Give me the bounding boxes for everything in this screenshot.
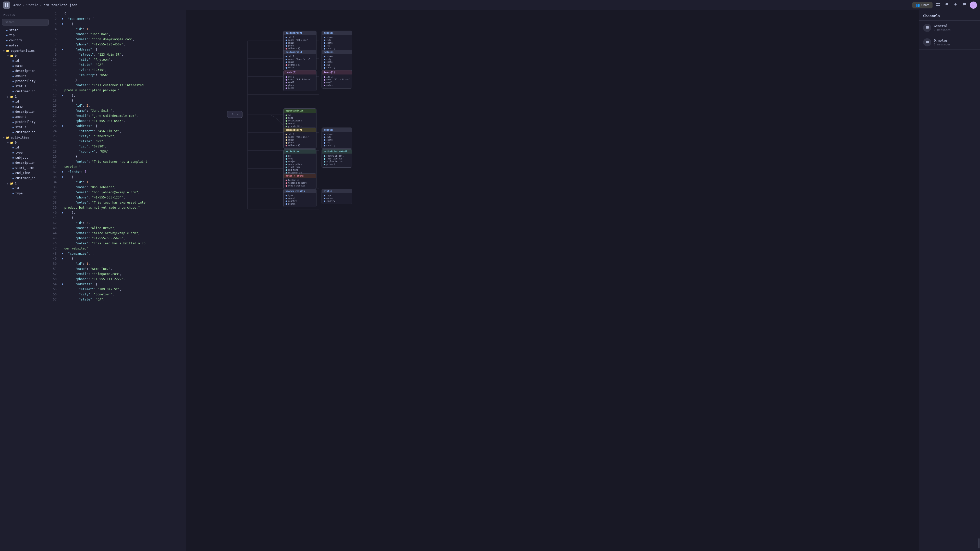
file-icon: ▪ [6, 39, 8, 42]
sidebar-item-act-subject[interactable]: ▪ subject [2, 155, 49, 160]
sidebar-item-zip[interactable]: ▪ zip [2, 33, 49, 38]
sidebar-group-opp-0[interactable]: ▼ 📁 0 [2, 53, 49, 58]
file-icon: ▪ [12, 90, 14, 93]
graph-node-addr3[interactable]: address street city state zip country [321, 127, 352, 149]
graph-node-lead1[interactable]: leads[0] id: 1 name: "Bob Johnson" email… [283, 70, 317, 91]
file-icon: ▪ [12, 105, 14, 108]
sidebar-item-state[interactable]: ▪ state [2, 27, 49, 33]
breadcrumb-file[interactable]: crm-template.json [43, 3, 77, 7]
code-line-55: 55 "street": "789 Oak St", [51, 287, 186, 292]
sidebar-item-country[interactable]: ▪ country [2, 38, 49, 43]
code-line-41: 41 { [51, 215, 186, 221]
code-line-46: 46 "notes": "This lead has submitted a c… [51, 241, 186, 246]
channel-general[interactable]: General 0 messages [919, 21, 980, 35]
sidebar-item-opp-customer-id[interactable]: ▪ customer_id [2, 89, 49, 94]
sidebar-item-act-customer-id[interactable]: ▪ customer_id [2, 176, 49, 181]
code-line-7: 7 "phone": "+1-555-123-4567", [51, 42, 186, 47]
graph-pane[interactable]: {...} customers[0] id: 1 name: "John Doe… [186, 10, 919, 551]
sidebar-item-act-id[interactable]: ▪ id [2, 145, 49, 150]
sidebar-item-opp1-status[interactable]: ▪ status [2, 124, 49, 130]
sidebar-item-opp1-id[interactable]: ▪ id [2, 99, 49, 104]
chat-icon-btn[interactable] [961, 2, 967, 9]
chevron-icon: ▶ [7, 95, 9, 98]
sidebar-item-act1-type[interactable]: ▪ type [2, 191, 49, 196]
graph-node-bottom[interactable]: Search results type amount country Searc… [283, 189, 317, 207]
bell-icon-btn[interactable] [944, 2, 950, 9]
avatar[interactable]: C [970, 2, 977, 9]
code-line-31: 31 service." [51, 164, 186, 169]
graph-canvas: {...} customers[0] id: 1 name: "John Doe… [186, 10, 919, 551]
sidebar-item-opp-status[interactable]: ▪ status [2, 84, 49, 89]
file-icon: ▪ [12, 59, 14, 62]
code-line-38: 38 "notes": "This lead has expressed int… [51, 200, 186, 205]
sidebar-item-act1-id[interactable]: ▪ id [2, 186, 49, 191]
code-line-26: 26 "state": "NY", [51, 139, 186, 144]
file-icon: ▪ [12, 151, 14, 154]
code-line-4: 4 "id": 1, [51, 27, 186, 32]
sidebar-item-opp-amount[interactable]: ▪ amount [2, 73, 49, 79]
svg-rect-5 [939, 3, 940, 4]
code-line-20: 20 "name": "Jane Smith", [51, 108, 186, 113]
graph-node-root[interactable]: {...} [227, 111, 242, 118]
sidebar-group-opportunities[interactable]: ▼ 📁 opportunities [2, 48, 49, 53]
svg-rect-3 [7, 5, 8, 7]
graph-node-bottom-right[interactable]: Static type amount country [321, 189, 352, 204]
sidebar-group-activities[interactable]: ▼ 📁 activities [2, 135, 49, 140]
sidebar-item-opp1-name[interactable]: ▪ name [2, 104, 49, 109]
sidebar-group-act-1[interactable]: ▶ 📁 1 [2, 181, 49, 186]
breadcrumb-acme[interactable]: Acme [13, 3, 21, 7]
sidebar-group-opp-1[interactable]: ▶ 📁 1 [2, 94, 49, 99]
graph-node-lead2[interactable]: leads[1] id: 2 name: "Alice Brown" email… [321, 70, 352, 89]
sidebar-item-opp-description[interactable]: ▪ description [2, 68, 49, 73]
channel-notes-count: 1 messages [934, 43, 976, 46]
sidebar-item-opp1-probability[interactable]: ▪ probability [2, 119, 49, 124]
sidebar-item-act-start-time[interactable]: ▪ start_time [2, 165, 49, 170]
folder-icon: 📁 [10, 95, 14, 98]
code-line-10: 10 "city": "Anytown", [51, 57, 186, 62]
channel-notes[interactable]: 0.notes 1 messages [919, 35, 980, 50]
editor-pane: 1 { 2 ▼ "customers": [ 3 ▼ { 4 "id": 1, [51, 10, 186, 551]
sidebar-item-opp-name[interactable]: ▪ name [2, 63, 49, 68]
app-logo[interactable] [3, 2, 10, 9]
code-line-37: 37 "phone": "+1-555-555-1234", [51, 195, 186, 200]
sidebar-item-notes[interactable]: ▪ notes [2, 43, 49, 48]
sidebar-group-act-0[interactable]: ▼ 📁 0 [2, 140, 49, 145]
share-button[interactable]: 👥 Share [912, 2, 932, 8]
code-line-6: 6 "email": "john.doe@example.com", [51, 37, 186, 42]
code-line-57: 57 "state": "CA", [51, 297, 186, 302]
breadcrumb-static[interactable]: Static [26, 3, 38, 7]
file-icon: ▪ [12, 79, 14, 83]
svg-rect-6 [936, 5, 938, 6]
file-icon: ▪ [12, 125, 14, 129]
graph-node-addr1[interactable]: address street city state zip country [321, 30, 352, 52]
channels-title: Channels [919, 10, 980, 21]
share-icon: 👥 [915, 3, 920, 7]
code-line-50: 50 "id": 1, [51, 261, 186, 266]
sidebar-item-opp-id[interactable]: ▪ id [2, 58, 49, 63]
file-icon: ▪ [12, 100, 14, 103]
code-line-24: 24 "street": "456 Elm St", [51, 129, 186, 134]
search-input[interactable] [2, 19, 49, 25]
sparkle-icon-btn[interactable] [953, 2, 959, 9]
graph-node-companies[interactable]: companies[0] id: 1 name: "Acme Inc." ema… [283, 127, 317, 149]
sidebar-item-opp1-customer-id[interactable]: ▪ customer_id [2, 130, 49, 135]
sidebar-item-opp1-description[interactable]: ▪ description [2, 109, 49, 114]
grid-icon-btn[interactable] [935, 2, 941, 9]
code-line-1: 1 { [51, 11, 186, 16]
sidebar-item-act-end-time[interactable]: ▪ end_time [2, 170, 49, 176]
graph-node-customer2[interactable]: customers[1] id: 2 name: "Jane Smith" em… [283, 50, 317, 71]
code-line-21: 21 "email": "jane.smith@example.com", [51, 113, 186, 118]
sidebar-item-opp-probability[interactable]: ▪ probability [2, 79, 49, 84]
svg-rect-0 [5, 3, 6, 5]
graph-node-addr2[interactable]: address street city state zip country [321, 50, 352, 71]
graph-node-notes[interactable]: notes / extra Follow up meeting request … [283, 173, 317, 189]
sidebar-item-act-description[interactable]: ▪ description [2, 160, 49, 165]
sidebar-item-opp1-amount[interactable]: ▪ amount [2, 114, 49, 119]
graph-node-activities[interactable]: activities id type subject description s… [283, 149, 317, 176]
file-icon: ▪ [6, 34, 8, 37]
sidebar-item-act-type[interactable]: ▪ type [2, 150, 49, 155]
file-icon: ▪ [12, 146, 14, 149]
chevron-icon: ▼ [7, 55, 9, 57]
graph-node-act-detail[interactable]: activities detail Follow-up call This le… [321, 149, 352, 168]
editor-content[interactable]: 1 { 2 ▼ "customers": [ 3 ▼ { 4 "id": 1, [51, 10, 186, 551]
